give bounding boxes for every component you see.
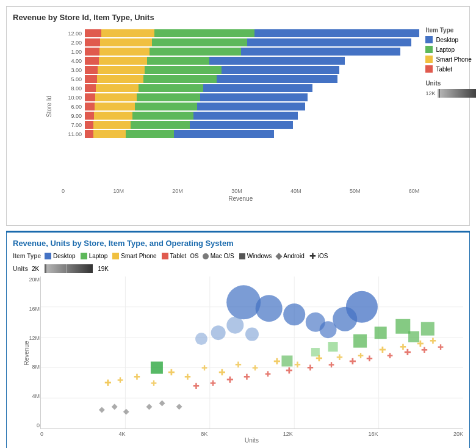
os-label: OS xyxy=(190,253,198,259)
bottom-color-box xyxy=(81,253,87,259)
svg-text:✚: ✚ xyxy=(328,361,334,369)
legend-item: Desktop xyxy=(425,36,476,43)
bar-label: 10.00 xyxy=(62,95,85,101)
circle-icon xyxy=(203,253,209,259)
legend-title: Item Type xyxy=(425,27,476,34)
bar-segment xyxy=(85,57,99,65)
bar-segment xyxy=(85,93,95,101)
scatter-x-tick: 4K xyxy=(119,431,126,437)
units-min: 12K xyxy=(425,90,435,96)
bottom-chart-title: Revenue, Units by Store, Item Type, and … xyxy=(13,239,463,248)
svg-text:✚: ✚ xyxy=(226,375,234,385)
bar-row: 8.00 xyxy=(62,84,419,92)
svg-text:✚: ✚ xyxy=(404,347,411,357)
bar-row: 3.00 xyxy=(62,66,419,74)
bar-segment xyxy=(152,38,247,46)
os-legend-item: Mac O/S xyxy=(203,253,234,259)
bar-segments xyxy=(85,93,308,101)
bar-label: 11.00 xyxy=(62,131,85,137)
scatter-y-ticks: 20M16M12M8M4M0 xyxy=(16,276,40,428)
bottom-legend-item: Desktop xyxy=(45,253,76,259)
svg-text:✚: ✚ xyxy=(387,352,393,360)
os-legend-label: Android xyxy=(283,253,304,259)
os-legend-item: Android xyxy=(276,253,304,259)
bar-row: 4.00 xyxy=(62,57,419,65)
bar-label: 4.00 xyxy=(62,58,85,64)
svg-rect-19 xyxy=(353,334,367,348)
bars-container: 12.002.001.004.003.005.008.0010.006.009.… xyxy=(62,27,419,186)
x-tick: 50M xyxy=(350,188,361,194)
scatter-x-tick: 20K xyxy=(453,431,463,437)
svg-rect-63 xyxy=(123,409,129,415)
bar-segment xyxy=(150,48,241,56)
units-legend: Units 12K 29K xyxy=(425,80,476,98)
bar-segment xyxy=(222,66,339,74)
x-tick: 20M xyxy=(172,188,183,194)
bar-label: 1.00 xyxy=(62,49,85,55)
bar-row: 12.00 xyxy=(62,29,419,37)
item-type-label: Item Type xyxy=(13,253,41,259)
svg-text:✚: ✚ xyxy=(168,367,175,377)
bar-segment xyxy=(200,93,308,101)
bar-segments xyxy=(85,66,339,74)
bar-segment xyxy=(193,112,298,120)
svg-text:✚: ✚ xyxy=(421,345,428,355)
svg-rect-26 xyxy=(281,355,292,366)
svg-text:✚: ✚ xyxy=(349,356,356,366)
bar-segment xyxy=(190,121,293,129)
bar-row: 5.00 xyxy=(62,75,419,83)
svg-text:✚: ✚ xyxy=(286,366,293,375)
bar-segment xyxy=(247,38,411,46)
bar-row: 1.00 xyxy=(62,48,419,56)
bar-segment xyxy=(96,84,139,92)
os-legend-label: Windows xyxy=(247,253,272,259)
bar-segment xyxy=(101,29,154,37)
legend-item: Smart Phone xyxy=(425,56,476,63)
bar-label: 12.00 xyxy=(62,31,85,37)
svg-rect-62 xyxy=(112,403,118,410)
bar-segments xyxy=(85,130,274,138)
units-row: Units 2K 19K xyxy=(13,264,463,273)
bar-row: 2.00 xyxy=(62,38,419,46)
bar-segment xyxy=(145,66,222,74)
svg-text:✚: ✚ xyxy=(252,364,258,372)
bottom-legend-label: Desktop xyxy=(53,253,76,259)
svg-point-10 xyxy=(283,303,305,325)
bar-segment xyxy=(139,84,203,92)
svg-text:✚: ✚ xyxy=(117,376,123,385)
svg-rect-24 xyxy=(328,342,338,352)
diamond-icon xyxy=(276,253,283,259)
scatter-y-tick: 12M xyxy=(16,335,40,341)
bottom-color-box xyxy=(45,253,51,259)
bar-row: 11.00 xyxy=(62,130,419,138)
bottom-color-box xyxy=(112,253,119,259)
square-icon xyxy=(239,253,245,259)
bar-segments xyxy=(85,84,312,92)
bar-segment xyxy=(217,75,337,83)
svg-text:✚: ✚ xyxy=(201,364,207,372)
bar-label: 7.00 xyxy=(62,122,85,128)
bar-row: 10.00 xyxy=(62,93,419,101)
units-row-max: 19K xyxy=(98,266,109,272)
svg-text:✚: ✚ xyxy=(358,352,364,360)
scatter-svg: ✚ ✚ ✚ ✚ ✚ ✚ ✚ ✚ ✚ ✚ ✚ ✚ ✚ ✚ ✚ ✚ ✚ xyxy=(41,276,463,428)
svg-text:✚: ✚ xyxy=(265,370,271,378)
svg-text:✚: ✚ xyxy=(218,367,226,377)
bar-segment xyxy=(174,130,274,138)
svg-point-14 xyxy=(346,291,378,323)
scatter-y-tick: 0 xyxy=(16,422,40,428)
svg-text:✚: ✚ xyxy=(184,372,191,381)
bar-segment xyxy=(85,29,101,37)
scatter-y-tick: 4M xyxy=(16,393,40,399)
svg-point-16 xyxy=(226,317,243,334)
bar-segment xyxy=(93,121,131,129)
x-tick: 10M xyxy=(113,188,124,194)
scatter-y-tick: 16M xyxy=(16,306,40,312)
svg-text:✚: ✚ xyxy=(438,343,444,352)
svg-rect-20 xyxy=(375,327,387,339)
bar-segment xyxy=(85,84,96,92)
bar-segment xyxy=(254,29,419,37)
legend-item-label: Desktop xyxy=(436,37,458,43)
svg-text:✚: ✚ xyxy=(307,363,314,372)
svg-text:✚: ✚ xyxy=(294,360,301,369)
